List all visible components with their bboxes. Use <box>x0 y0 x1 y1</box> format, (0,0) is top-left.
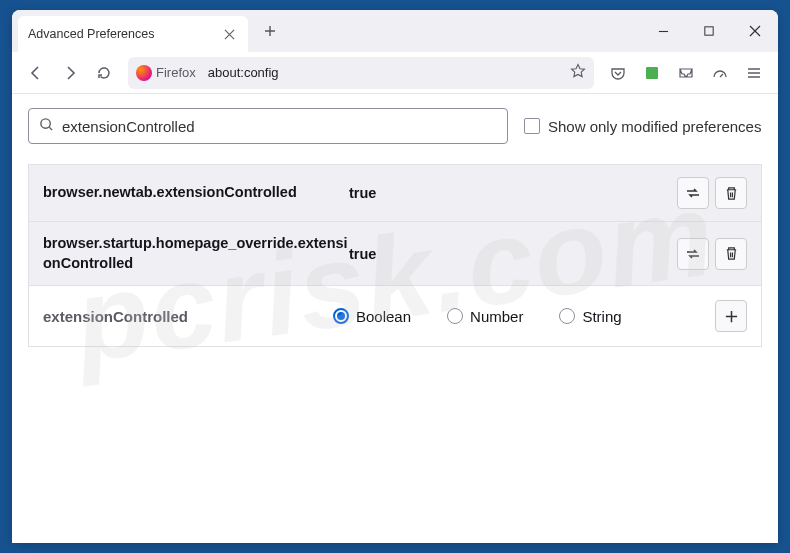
close-window-button[interactable] <box>732 10 778 52</box>
minimize-button[interactable] <box>640 10 686 52</box>
radio-icon[interactable] <box>333 308 349 324</box>
modified-only-label: Show only modified preferences <box>548 118 761 135</box>
preference-name: browser.startup.homepage_override.extens… <box>43 234 349 273</box>
new-preference-row: extensionControlled Boolean Number Strin… <box>28 286 762 347</box>
forward-button[interactable] <box>54 57 86 89</box>
delete-button[interactable] <box>715 177 747 209</box>
svg-point-2 <box>41 118 50 127</box>
browser-window: Advanced Preferences Fi <box>12 10 778 543</box>
preference-value: true <box>349 185 671 201</box>
tab-title: Advanced Preferences <box>28 27 220 41</box>
new-preference-name: extensionControlled <box>43 308 333 325</box>
radio-icon[interactable] <box>447 308 463 324</box>
search-row: Show only modified preferences <box>28 108 762 144</box>
inbox-icon[interactable] <box>670 57 702 89</box>
preference-name: browser.newtab.extensionControlled <box>43 183 349 203</box>
navigation-toolbar: Firefox about:config <box>12 52 778 94</box>
radio-label: String <box>582 308 621 325</box>
search-input[interactable] <box>62 118 497 135</box>
radio-boolean[interactable]: Boolean <box>333 308 411 325</box>
reload-button[interactable] <box>88 57 120 89</box>
radio-string[interactable]: String <box>559 308 621 325</box>
address-bar[interactable]: Firefox about:config <box>128 57 594 89</box>
checkbox-icon[interactable] <box>524 118 540 134</box>
toggle-button[interactable] <box>677 238 709 270</box>
pocket-button[interactable] <box>602 57 634 89</box>
maximize-button[interactable] <box>686 10 732 52</box>
urlbar-url: about:config <box>208 65 566 80</box>
preferences-table: browser.newtab.extensionControlled true … <box>28 164 762 286</box>
add-button[interactable] <box>715 300 747 332</box>
search-box[interactable] <box>28 108 508 144</box>
radio-label: Number <box>470 308 523 325</box>
svg-rect-1 <box>646 67 658 79</box>
firefox-icon <box>136 65 152 81</box>
back-button[interactable] <box>20 57 52 89</box>
about-config-content: Show only modified preferences browser.n… <box>12 94 778 543</box>
app-menu-button[interactable] <box>738 57 770 89</box>
preference-row[interactable]: browser.newtab.extensionControlled true <box>29 165 761 221</box>
type-radio-group: Boolean Number String <box>333 308 709 325</box>
urlbar-identity-label: Firefox <box>156 65 196 80</box>
browser-tab[interactable]: Advanced Preferences <box>18 16 248 52</box>
radio-icon[interactable] <box>559 308 575 324</box>
close-tab-icon[interactable] <box>220 25 238 43</box>
search-icon <box>39 117 54 136</box>
radio-number[interactable]: Number <box>447 308 523 325</box>
title-bar: Advanced Preferences <box>12 10 778 52</box>
extension-icon[interactable] <box>636 57 668 89</box>
bookmark-star-icon[interactable] <box>570 63 586 83</box>
preference-row[interactable]: browser.startup.homepage_override.extens… <box>29 221 761 285</box>
svg-rect-0 <box>705 27 713 35</box>
delete-button[interactable] <box>715 238 747 270</box>
gauge-icon[interactable] <box>704 57 736 89</box>
toggle-button[interactable] <box>677 177 709 209</box>
radio-label: Boolean <box>356 308 411 325</box>
preference-value: true <box>349 246 671 262</box>
new-tab-button[interactable] <box>256 17 284 45</box>
modified-only-toggle[interactable]: Show only modified preferences <box>524 118 761 135</box>
